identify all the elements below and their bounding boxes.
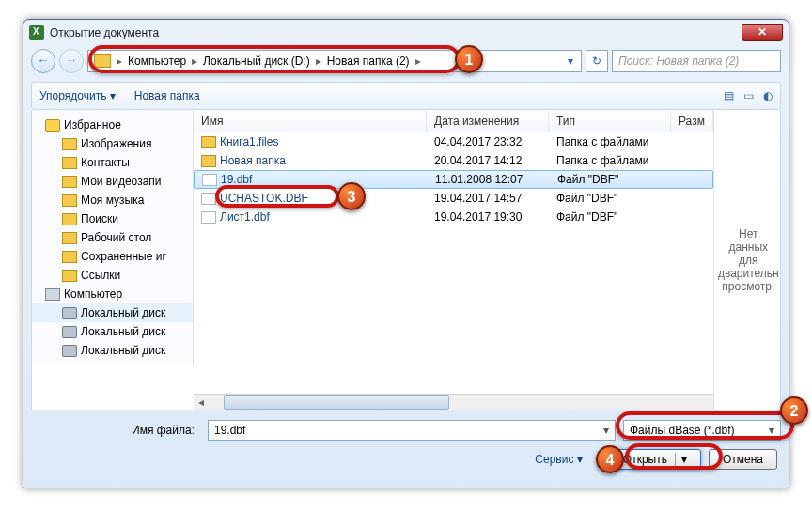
tree-node[interactable]: Локальный диск — [32, 303, 193, 322]
tree-node[interactable]: Изображения — [32, 134, 193, 153]
tree-node[interactable]: Ссылки — [32, 266, 193, 285]
tree-node[interactable]: Компьютер — [32, 285, 193, 303]
disk-icon — [62, 326, 77, 338]
folder-icon — [62, 194, 77, 207]
nav-bar: ← → ▸ Компьютер▸ Локальный диск (D:)▸ Но… — [31, 46, 781, 76]
tree-node[interactable]: Избранное — [32, 116, 193, 134]
search-input[interactable]: Поиск: Новая папка (2) — [612, 50, 781, 72]
folder-icon — [62, 251, 77, 263]
col-date[interactable]: Дата изменения — [427, 110, 549, 132]
file-list: Имя Дата изменения Тип Разм Книга1.files… — [194, 110, 713, 410]
tree-node[interactable]: Рабочий стол — [32, 228, 193, 247]
file-row[interactable]: 19.dbf11.01.2008 12:07Файл "DBF" — [194, 170, 713, 189]
cancel-button[interactable]: Отмена — [709, 449, 777, 470]
h-scrollbar[interactable]: ◂ — [194, 394, 713, 410]
crumb-disk[interactable]: Локальный диск (D:) — [199, 51, 314, 71]
tree-node[interactable]: Мои видеозапи — [32, 172, 193, 191]
service-button[interactable]: Сервис ▾ — [535, 453, 582, 466]
col-type[interactable]: Тип — [549, 110, 671, 132]
tree-node[interactable]: Моя музыка — [32, 191, 193, 209]
titlebar: Открытие документа ✕ — [23, 20, 789, 46]
organize-button[interactable]: Упорядочить ▾ — [39, 89, 116, 102]
file-icon — [202, 174, 217, 186]
folder-icon — [62, 270, 77, 282]
crumb-folder[interactable]: Новая папка (2) — [323, 51, 414, 71]
tree-node[interactable]: Локальный диск — [32, 322, 193, 341]
tree-view[interactable]: ИзбранноеИзображенияКонтактыМои видеозап… — [32, 110, 194, 365]
preview-pane: Нет данных для дварительн просмотр. — [713, 110, 783, 410]
footer: Имя файла: 19.dbf▾ Файлы dBase (*.dbf)▾ … — [31, 418, 781, 476]
star-icon — [45, 119, 60, 132]
address-dropdown[interactable]: ▾ — [562, 54, 579, 68]
forward-button[interactable]: → — [59, 49, 84, 73]
folder-icon — [201, 136, 216, 148]
address-bar[interactable]: ▸ Компьютер▸ Локальный диск (D:)▸ Новая … — [87, 50, 582, 72]
folder-icon — [62, 176, 77, 188]
file-icon — [201, 193, 216, 205]
folder-icon — [62, 213, 77, 225]
open-dialog: Открытие документа ✕ ← → ▸ Компьютер▸ Ло… — [23, 19, 789, 488]
col-size[interactable]: Разм — [671, 110, 713, 132]
folder-icon — [62, 157, 77, 169]
disk-icon — [62, 307, 77, 319]
folder-icon — [62, 232, 77, 244]
file-row[interactable]: Новая папка20.04.2017 14:12Папка с файла… — [194, 151, 713, 170]
file-row[interactable]: UCHASTOK.DBF19.04.2017 14:57Файл "DBF" — [194, 189, 713, 208]
file-row[interactable]: Лист1.dbf19.04.2017 19:30Файл "DBF" — [194, 208, 713, 226]
body: ИзбранноеИзображенияКонтактыМои видеозап… — [31, 110, 781, 410]
tree-node[interactable]: Поиски — [32, 209, 193, 228]
window-title: Открытие документа — [50, 26, 159, 39]
open-button[interactable]: Открыть▾ — [609, 449, 701, 470]
pc-icon — [45, 288, 60, 301]
crumb-computer[interactable]: Компьютер — [124, 51, 190, 71]
tree-node[interactable]: Сохраненные иг — [32, 247, 193, 266]
folder-icon — [94, 54, 111, 68]
filetype-filter[interactable]: Файлы dBase (*.dbf)▾ — [623, 420, 781, 441]
folder-icon — [201, 155, 216, 167]
column-headers[interactable]: Имя Дата изменения Тип Разм — [194, 110, 713, 132]
toolbar: Упорядочить ▾ Новая папка ▤▭◐ — [31, 82, 781, 110]
file-icon — [201, 211, 216, 224]
disk-icon — [62, 345, 77, 357]
folder-icon — [62, 138, 77, 150]
close-button[interactable]: ✕ — [742, 24, 783, 41]
back-button[interactable]: ← — [31, 49, 55, 73]
new-folder-button[interactable]: Новая папка — [134, 89, 200, 102]
file-rows: Книга1.files04.04.2017 23:32Папка с файл… — [194, 132, 713, 394]
col-name[interactable]: Имя — [194, 110, 427, 132]
file-row[interactable]: Книга1.files04.04.2017 23:32Папка с файл… — [194, 132, 713, 151]
tree-node[interactable]: Контакты — [32, 153, 193, 172]
tree-node[interactable]: Локальный диск — [32, 341, 193, 360]
view-buttons[interactable]: ▤▭◐ — [724, 89, 773, 102]
excel-icon — [29, 25, 44, 40]
filename-label: Имя файла: — [31, 424, 200, 437]
filename-input[interactable]: 19.dbf▾ — [208, 420, 616, 441]
refresh-button[interactable]: ↻ — [586, 50, 608, 72]
